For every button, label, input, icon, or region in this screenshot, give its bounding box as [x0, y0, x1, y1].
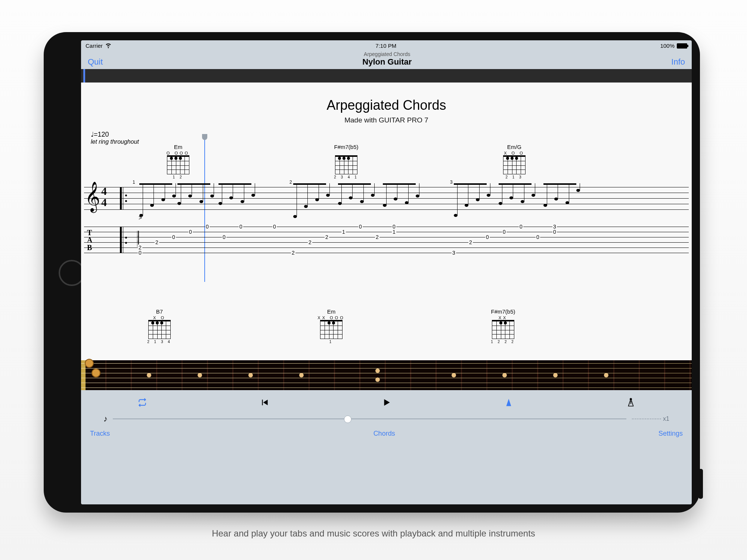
tab-word: T A B — [87, 229, 92, 251]
tab-number: 1 — [341, 229, 346, 235]
tab-number: 0 — [502, 229, 506, 235]
battery-icon — [677, 43, 687, 49]
tab-number: 0 — [552, 229, 557, 235]
side-button — [698, 469, 703, 499]
play-icon[interactable] — [381, 397, 392, 408]
tab-number: 2 — [375, 234, 379, 240]
chord-fingering: 1 2 2 2 — [488, 340, 518, 344]
chord-fingering: 1 — [316, 340, 346, 344]
chord-diagram[interactable]: F#m7(b5)2 3 4 1 — [331, 144, 361, 179]
battery-percent: 100% — [660, 43, 675, 49]
speed-label: ·················· x1 — [632, 416, 669, 422]
fret-inlay — [502, 373, 507, 377]
rewind-icon[interactable] — [259, 397, 270, 408]
tab-number: 2 — [325, 234, 329, 240]
wifi-icon — [105, 42, 112, 50]
chord-grid — [335, 155, 357, 174]
speed-slider-row: ♪ ·················· x1 — [81, 410, 692, 427]
measure-number: 2 — [289, 180, 292, 185]
tab-number: 1 — [392, 229, 396, 235]
fret-inlay — [604, 373, 608, 377]
bottom-tabs: Tracks Chords Settings — [81, 427, 692, 439]
promo-caption: Hear and play your tabs and music scores… — [0, 528, 747, 539]
clock: 7:10 PM — [375, 43, 396, 49]
tab-number: 2 — [155, 239, 159, 245]
tab-number: 2 — [138, 245, 142, 251]
fretboard[interactable] — [81, 360, 692, 390]
metronome-icon[interactable] — [503, 397, 514, 408]
chord-name: Em — [163, 144, 193, 150]
settings-tab[interactable]: Settings — [658, 430, 683, 438]
fret-inlay — [553, 373, 558, 377]
info-button[interactable]: Info — [671, 57, 685, 67]
chord-open-strings: X O O — [499, 151, 529, 155]
chord-grid — [167, 155, 189, 174]
repeat-start — [120, 187, 127, 209]
staff: 𝄞 4 4 1 2 3 > — [84, 187, 689, 209]
tracks-tab[interactable]: Tracks — [90, 430, 110, 438]
fret-inlay — [375, 368, 380, 373]
fret-inlay — [452, 373, 456, 377]
fret-inlay — [147, 373, 151, 377]
score-title: Arpeggiated Chords — [88, 97, 685, 113]
chord-diagram[interactable]: EmO OOO1 2 — [163, 144, 193, 179]
score-area[interactable]: Arpeggiated Chords Made with GUITAR PRO … — [81, 83, 692, 360]
tab-number: 0 — [222, 234, 226, 240]
fretboard-note — [92, 368, 100, 377]
toolbar-strip — [81, 69, 692, 83]
nav-subtitle: Arpeggiated Chords — [362, 51, 412, 57]
measure-number: 1 — [133, 180, 135, 185]
chord-fingering: 1 2 — [163, 175, 193, 179]
tab-number: 3 — [452, 250, 456, 256]
slider-thumb[interactable] — [344, 416, 351, 423]
chord-fingering: 2 3 4 1 — [331, 175, 361, 179]
tab-number: 0 — [272, 224, 277, 230]
tab-number: 0 — [519, 224, 523, 230]
countdown-icon[interactable] — [626, 397, 636, 408]
carrier-label: Carrier — [86, 43, 103, 49]
tab-number: 3 — [552, 224, 557, 230]
chord-row-1: EmO OOO1 2F#m7(b5)2 3 4 1Em/GX O O2 1 3 — [81, 144, 692, 179]
chord-grid — [492, 320, 514, 339]
screen: Carrier 7:10 PM 100% Quit Arpeggiated Ch… — [81, 40, 692, 504]
chords-tab[interactable]: Chords — [374, 430, 395, 438]
tab-number: 0 — [188, 229, 193, 235]
chord-fingering: 2 1 3 4 — [145, 340, 174, 344]
chord-grid — [503, 155, 526, 174]
tab-number: 2 — [308, 239, 312, 245]
tab-number: 0 — [239, 224, 243, 230]
nav-title: Nylon Guitar — [362, 57, 412, 67]
tempo-marking: ♩=120 — [91, 130, 685, 139]
chord-name: Em/G — [499, 144, 529, 150]
chord-grid — [320, 320, 342, 339]
chord-diagram[interactable]: Em/GX O O2 1 3 — [499, 144, 529, 179]
fret-inlay — [248, 373, 253, 377]
tab-number: 2 — [291, 250, 295, 256]
measure-number: 3 — [450, 180, 453, 185]
quit-button[interactable]: Quit — [88, 57, 103, 67]
accent-mark: > — [139, 215, 142, 221]
time-signature: 4 4 — [101, 186, 107, 208]
nav-bar: Quit Arpeggiated Chords Nylon Guitar Inf… — [81, 51, 692, 69]
tablature: EBGDAE T A B 𝄂𝄂𝄂 02200000022221100320000… — [84, 227, 689, 253]
chord-name: F#m7(b5) — [331, 144, 361, 150]
fret-inlay — [198, 373, 202, 377]
ipad-frame: Carrier 7:10 PM 100% Quit Arpeggiated Ch… — [44, 32, 700, 513]
chord-open-strings — [331, 151, 361, 155]
fret-inlay — [299, 373, 304, 377]
chord-name: Em — [316, 308, 346, 315]
speed-slider[interactable] — [113, 419, 626, 419]
tab-number: 0 — [485, 234, 490, 240]
chord-diagram[interactable]: F#m7(b5)XX1 2 2 2 — [488, 308, 518, 344]
chord-open-strings: O OOO — [163, 151, 193, 155]
tab-number: 0 — [205, 224, 210, 230]
chord-diagram[interactable]: EmXX OOO1 — [316, 308, 346, 344]
eighth-note-icon: ♪ — [103, 414, 108, 424]
score-subtitle: Made with GUITAR PRO 7 — [88, 116, 685, 124]
chord-name: B7 — [145, 308, 174, 315]
tab-number: 0 — [171, 234, 176, 240]
fret-inlay — [375, 377, 380, 382]
loop-icon[interactable] — [137, 397, 148, 408]
chord-open-strings: XX — [488, 315, 518, 320]
chord-diagram[interactable]: B7X O2 1 3 4 — [145, 308, 174, 344]
